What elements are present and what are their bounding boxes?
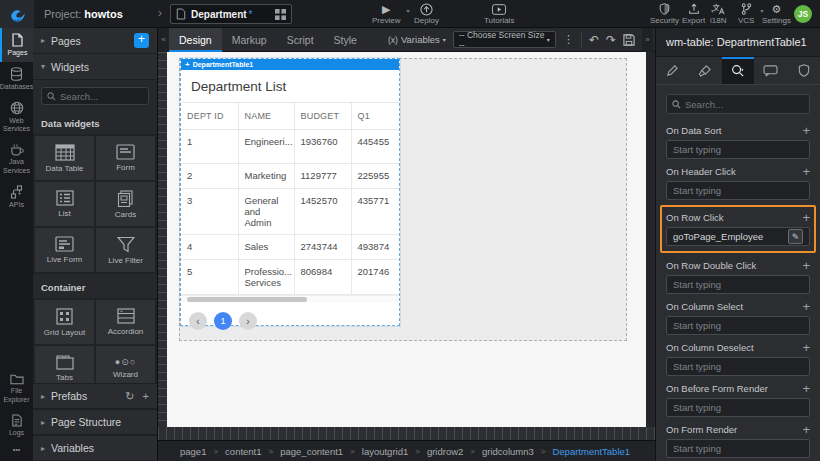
tab-style[interactable]: Style xyxy=(324,28,367,52)
scrollbar-thumb[interactable] xyxy=(187,297,307,302)
page-selector[interactable]: Department * xyxy=(170,4,292,24)
rail-item-databases[interactable]: Databases xyxy=(0,62,33,96)
event-input[interactable]: Start typing xyxy=(666,181,810,200)
widget-tile-list[interactable]: List xyxy=(35,182,94,226)
pagination-page-1[interactable]: 1 xyxy=(214,312,232,330)
rail-item-pages[interactable]: Pages xyxy=(0,28,33,62)
event-input[interactable]: Start typing xyxy=(666,140,810,159)
add-event-icon[interactable]: + xyxy=(802,260,810,272)
rail-item-file-explorer[interactable]: File Explorer xyxy=(0,368,33,409)
add-event-icon[interactable]: + xyxy=(802,342,810,354)
event-input[interactable]: Start typing xyxy=(666,439,810,458)
prefabs-section-header[interactable]: ▸ Prefabs ↻ + xyxy=(33,383,157,409)
column-header[interactable]: NAME xyxy=(238,103,294,130)
pagination-prev-button[interactable]: ‹ xyxy=(189,312,207,330)
deploy-button[interactable]: Deploy xyxy=(414,3,439,25)
add-event-icon[interactable]: + xyxy=(802,383,810,395)
wavemaker-logo[interactable] xyxy=(0,0,34,28)
breadcrumb-item[interactable]: page_content1 xyxy=(280,446,343,457)
table-row[interactable]: 3General and Admin1452570435771 xyxy=(181,189,399,235)
tab-dialogs[interactable] xyxy=(754,57,787,84)
column-header[interactable]: DEPT ID xyxy=(181,103,238,130)
event-on-column-select: On Column Select+ Start typing xyxy=(666,299,810,335)
redo-button[interactable]: ↷ xyxy=(606,34,616,46)
column-header[interactable]: BUDGET xyxy=(294,103,351,130)
collapse-left-panel-button[interactable]: « xyxy=(158,28,169,52)
table-row[interactable]: 1Engineeri...1936760445455 xyxy=(181,130,399,164)
rail-item-apis[interactable]: APIs xyxy=(0,180,33,214)
event-input[interactable]: Start typing xyxy=(666,357,810,376)
breadcrumb-item[interactable]: page1 xyxy=(180,446,206,457)
toolbar-more-menu[interactable]: ⋮ xyxy=(563,33,574,46)
tab-properties[interactable] xyxy=(656,57,689,84)
add-event-icon[interactable]: + xyxy=(802,166,810,178)
event-input-on-row-click[interactable]: goToPage_Employee ✎ xyxy=(666,227,810,246)
security-button[interactable]: Security xyxy=(650,3,679,25)
breadcrumb-item[interactable]: gridcolumn3 xyxy=(482,446,534,457)
save-button[interactable] xyxy=(623,34,635,46)
canvas-page[interactable]: + DepartmentTable1 Department List DEPT … xyxy=(167,52,646,427)
current-page-name: Department xyxy=(191,9,247,20)
collapsed-arrow-icon: ▸ xyxy=(41,392,45,401)
table-horizontal-scrollbar[interactable] xyxy=(181,295,399,303)
tab-security[interactable] xyxy=(787,57,820,84)
add-event-icon[interactable]: + xyxy=(802,424,810,436)
add-event-icon[interactable]: + xyxy=(802,125,810,137)
rail-item-logs[interactable]: Logs xyxy=(0,409,33,442)
export-button[interactable]: Export ▾ xyxy=(682,3,705,25)
page-structure-section-header[interactable]: ▸ Page Structure xyxy=(33,409,157,435)
widget-tile-live-form[interactable]: Live Form xyxy=(35,228,94,272)
department-table-widget[interactable]: + DepartmentTable1 Department List DEPT … xyxy=(180,58,400,326)
breadcrumb-item[interactable]: layoutgrid1 xyxy=(362,446,408,457)
widget-tile-data-table[interactable]: Data Table xyxy=(35,136,94,180)
tab-script[interactable]: Script xyxy=(277,28,324,52)
rail-item-web-services[interactable]: Web Services xyxy=(0,96,33,139)
tab-styles[interactable] xyxy=(689,57,722,84)
widget-selection-tag[interactable]: + DepartmentTable1 xyxy=(181,59,399,70)
edit-action-button[interactable]: ✎ xyxy=(788,229,803,244)
table-row[interactable]: 2Marketing1129777225955 xyxy=(181,164,399,189)
add-prefab-icon[interactable]: + xyxy=(143,390,149,403)
refresh-prefabs-icon[interactable]: ↻ xyxy=(125,390,134,403)
tutorials-button[interactable]: Tutorials xyxy=(484,3,514,25)
events-search-input[interactable]: Search... xyxy=(666,94,810,114)
pagination-next-button[interactable]: › xyxy=(239,312,257,330)
settings-button[interactable]: ⚙ Settings ▾ xyxy=(762,3,791,25)
vcs-button[interactable]: VCS ▾ xyxy=(738,3,754,25)
preview-button[interactable]: ▶ Preview ▾ xyxy=(372,3,400,25)
event-input[interactable]: Start typing xyxy=(666,398,810,417)
pages-section-header[interactable]: ▸ Pages + xyxy=(33,28,157,54)
breadcrumb-item[interactable]: content1 xyxy=(225,446,261,457)
event-input[interactable]: Start typing xyxy=(666,316,810,335)
table-row[interactable]: 5Professio... Services806984201746 xyxy=(181,260,399,295)
widgets-section-header[interactable]: ▾ Widgets xyxy=(33,54,157,80)
tab-design[interactable]: Design xyxy=(169,28,222,52)
widget-search-input[interactable]: Search... xyxy=(41,87,149,105)
collapse-right-panel-button[interactable]: » xyxy=(642,28,653,52)
page-grid-icon[interactable] xyxy=(275,9,286,20)
variables-button[interactable]: (x) Variables ▾ xyxy=(388,34,446,45)
variables-section-header[interactable]: ▸ Variables xyxy=(33,435,157,461)
column-header[interactable]: Q1 xyxy=(351,103,399,130)
undo-button[interactable]: ↶ xyxy=(589,34,599,46)
screen-size-dropdown[interactable]: -- Choose Screen Size -- ▾ xyxy=(453,31,556,48)
event-input[interactable]: Start typing xyxy=(666,275,810,294)
rail-item-more[interactable]: ••• xyxy=(0,441,33,459)
widget-tile-form[interactable]: Form xyxy=(96,136,155,180)
add-page-button[interactable]: + xyxy=(134,33,149,48)
breadcrumb-item[interactable]: gridrow2 xyxy=(427,446,463,457)
tab-events[interactable] xyxy=(722,57,755,84)
widget-tile-accordion[interactable]: Accordion xyxy=(96,300,155,344)
widget-tile-live-filter[interactable]: Live Filter xyxy=(96,228,155,272)
logs-icon xyxy=(11,414,23,427)
breadcrumb-item-current[interactable]: DepartmentTable1 xyxy=(552,446,630,457)
widget-tile-grid-layout[interactable]: Grid Layout xyxy=(35,300,94,344)
rail-item-java-services[interactable]: Java Services xyxy=(0,138,33,180)
add-event-icon[interactable]: + xyxy=(802,212,810,224)
user-avatar[interactable]: JS xyxy=(794,5,812,23)
add-event-icon[interactable]: + xyxy=(802,301,810,313)
widget-tile-cards[interactable]: Cards xyxy=(96,182,155,226)
table-row[interactable]: 4Sales2743744493874 xyxy=(181,235,399,260)
tab-markup[interactable]: Markup xyxy=(222,28,277,52)
i18n-button[interactable]: i18N xyxy=(710,3,726,25)
